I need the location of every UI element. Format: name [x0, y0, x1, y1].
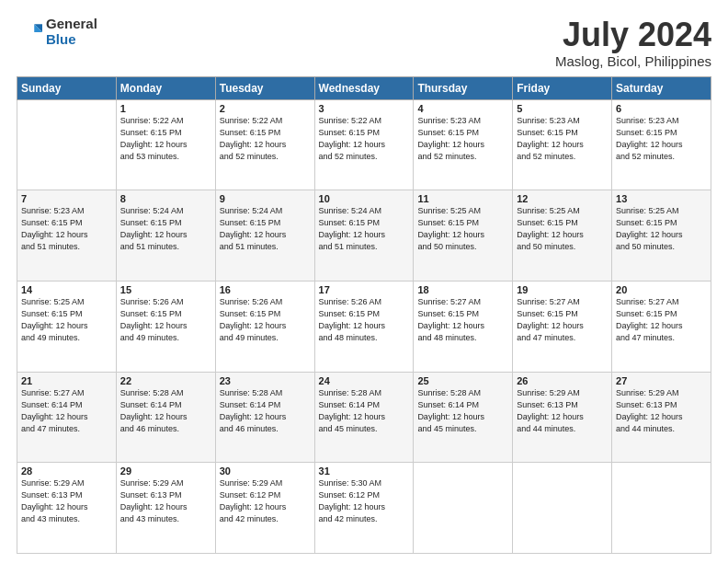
day-number: 21 [21, 375, 112, 386]
day-info: Sunrise: 5:27 AM Sunset: 6:15 PM Dayligh… [616, 296, 707, 344]
calendar-row: 21Sunrise: 5:27 AM Sunset: 6:14 PM Dayli… [17, 372, 711, 463]
calendar-cell: 18Sunrise: 5:27 AM Sunset: 6:15 PM Dayli… [414, 281, 513, 372]
header-cell-wednesday: Wednesday [314, 76, 414, 99]
day-info: Sunrise: 5:28 AM Sunset: 6:14 PM Dayligh… [220, 387, 311, 435]
day-number: 29 [120, 465, 211, 477]
day-info: Sunrise: 5:29 AM Sunset: 6:13 PM Dayligh… [517, 387, 608, 435]
day-number: 14 [21, 284, 112, 295]
header-cell-tuesday: Tuesday [215, 76, 314, 99]
logo-blue: Blue [46, 32, 97, 48]
header-cell-friday: Friday [513, 76, 612, 99]
day-number: 19 [517, 284, 608, 295]
calendar-cell [513, 463, 612, 554]
calendar-cell: 11Sunrise: 5:25 AM Sunset: 6:15 PM Dayli… [414, 190, 513, 282]
calendar-cell: 8Sunrise: 5:24 AM Sunset: 6:15 PM Daylig… [116, 190, 215, 282]
calendar-cell: 13Sunrise: 5:25 AM Sunset: 6:15 PM Dayli… [612, 190, 711, 282]
day-info: Sunrise: 5:29 AM Sunset: 6:12 PM Dayligh… [220, 477, 311, 525]
day-number: 23 [220, 375, 311, 386]
calendar-cell: 25Sunrise: 5:28 AM Sunset: 6:14 PM Dayli… [414, 372, 513, 463]
day-number: 4 [417, 103, 508, 114]
day-info: Sunrise: 5:26 AM Sunset: 6:15 PM Dayligh… [319, 296, 410, 344]
calendar-cell: 30Sunrise: 5:29 AM Sunset: 6:12 PM Dayli… [215, 463, 314, 554]
day-number: 8 [120, 193, 211, 204]
logo-text: General Blue [46, 17, 97, 47]
day-number: 24 [319, 375, 410, 386]
day-info: Sunrise: 5:22 AM Sunset: 6:15 PM Dayligh… [120, 115, 211, 163]
day-info: Sunrise: 5:25 AM Sunset: 6:15 PM Dayligh… [417, 205, 508, 253]
day-number: 31 [319, 465, 410, 477]
day-number: 18 [417, 284, 508, 295]
day-info: Sunrise: 5:28 AM Sunset: 6:14 PM Dayligh… [319, 387, 410, 435]
day-info: Sunrise: 5:27 AM Sunset: 6:15 PM Dayligh… [417, 296, 508, 344]
day-info: Sunrise: 5:29 AM Sunset: 6:13 PM Dayligh… [616, 387, 707, 435]
calendar-row: 28Sunrise: 5:29 AM Sunset: 6:13 PM Dayli… [17, 463, 711, 554]
logo-general: General [46, 17, 97, 32]
calendar-cell: 17Sunrise: 5:26 AM Sunset: 6:15 PM Dayli… [314, 281, 414, 372]
day-info: Sunrise: 5:30 AM Sunset: 6:12 PM Dayligh… [319, 477, 410, 525]
day-info: Sunrise: 5:22 AM Sunset: 6:15 PM Dayligh… [220, 115, 311, 163]
header-cell-thursday: Thursday [414, 76, 513, 99]
calendar-cell: 10Sunrise: 5:24 AM Sunset: 6:15 PM Dayli… [314, 190, 414, 282]
logo: General Blue [17, 17, 97, 47]
day-info: Sunrise: 5:24 AM Sunset: 6:15 PM Dayligh… [319, 205, 410, 253]
calendar-cell: 15Sunrise: 5:26 AM Sunset: 6:15 PM Dayli… [116, 281, 215, 372]
calendar-cell [414, 463, 513, 554]
calendar-cell: 9Sunrise: 5:24 AM Sunset: 6:15 PM Daylig… [215, 190, 314, 282]
header-cell-sunday: Sunday [17, 76, 117, 99]
day-info: Sunrise: 5:23 AM Sunset: 6:15 PM Dayligh… [517, 115, 608, 163]
day-info: Sunrise: 5:24 AM Sunset: 6:15 PM Dayligh… [220, 205, 311, 253]
calendar-cell: 19Sunrise: 5:27 AM Sunset: 6:15 PM Dayli… [513, 281, 612, 372]
day-info: Sunrise: 5:23 AM Sunset: 6:15 PM Dayligh… [21, 205, 112, 253]
calendar-cell: 23Sunrise: 5:28 AM Sunset: 6:14 PM Dayli… [215, 372, 314, 463]
calendar-table: SundayMondayTuesdayWednesdayThursdayFrid… [17, 76, 711, 554]
calendar-row: 14Sunrise: 5:25 AM Sunset: 6:15 PM Dayli… [17, 281, 711, 372]
day-number: 17 [319, 284, 410, 295]
day-number: 20 [616, 284, 707, 295]
calendar-cell: 29Sunrise: 5:29 AM Sunset: 6:13 PM Dayli… [116, 463, 215, 554]
calendar-row: 7Sunrise: 5:23 AM Sunset: 6:15 PM Daylig… [17, 190, 711, 282]
main-title: July 2024 [555, 17, 711, 53]
subtitle: Maslog, Bicol, Philippines [555, 53, 711, 69]
day-number: 16 [220, 284, 311, 295]
calendar-cell: 7Sunrise: 5:23 AM Sunset: 6:15 PM Daylig… [17, 190, 117, 282]
day-info: Sunrise: 5:25 AM Sunset: 6:15 PM Dayligh… [616, 205, 707, 253]
calendar-cell: 14Sunrise: 5:25 AM Sunset: 6:15 PM Dayli… [17, 281, 117, 372]
calendar-cell [17, 99, 117, 190]
calendar-cell: 26Sunrise: 5:29 AM Sunset: 6:13 PM Dayli… [513, 372, 612, 463]
calendar-cell: 1Sunrise: 5:22 AM Sunset: 6:15 PM Daylig… [116, 99, 215, 190]
day-info: Sunrise: 5:22 AM Sunset: 6:15 PM Dayligh… [319, 115, 410, 163]
day-info: Sunrise: 5:29 AM Sunset: 6:13 PM Dayligh… [120, 477, 211, 525]
day-number: 30 [220, 465, 311, 477]
day-info: Sunrise: 5:28 AM Sunset: 6:14 PM Dayligh… [120, 387, 211, 435]
day-number: 28 [21, 465, 112, 477]
day-number: 1 [120, 103, 211, 114]
day-number: 9 [220, 193, 311, 204]
day-info: Sunrise: 5:28 AM Sunset: 6:14 PM Dayligh… [417, 387, 508, 435]
title-block: July 2024 Maslog, Bicol, Philippines [555, 17, 711, 69]
calendar-cell: 22Sunrise: 5:28 AM Sunset: 6:14 PM Dayli… [116, 372, 215, 463]
calendar-cell: 6Sunrise: 5:23 AM Sunset: 6:15 PM Daylig… [612, 99, 711, 190]
day-info: Sunrise: 5:25 AM Sunset: 6:15 PM Dayligh… [21, 296, 112, 344]
day-number: 15 [120, 284, 211, 295]
calendar-cell: 4Sunrise: 5:23 AM Sunset: 6:15 PM Daylig… [414, 99, 513, 190]
day-number: 11 [417, 193, 508, 204]
logo-icon [17, 19, 42, 45]
calendar-cell: 3Sunrise: 5:22 AM Sunset: 6:15 PM Daylig… [314, 99, 414, 190]
day-info: Sunrise: 5:27 AM Sunset: 6:15 PM Dayligh… [517, 296, 608, 344]
calendar-cell: 24Sunrise: 5:28 AM Sunset: 6:14 PM Dayli… [314, 372, 414, 463]
header-row: SundayMondayTuesdayWednesdayThursdayFrid… [17, 76, 711, 99]
day-info: Sunrise: 5:23 AM Sunset: 6:15 PM Dayligh… [417, 115, 508, 163]
day-number: 27 [616, 375, 707, 386]
calendar-row: 1Sunrise: 5:22 AM Sunset: 6:15 PM Daylig… [17, 99, 711, 190]
day-number: 6 [616, 103, 707, 114]
calendar-cell [612, 463, 711, 554]
day-info: Sunrise: 5:29 AM Sunset: 6:13 PM Dayligh… [21, 477, 112, 525]
day-info: Sunrise: 5:26 AM Sunset: 6:15 PM Dayligh… [120, 296, 211, 344]
day-info: Sunrise: 5:25 AM Sunset: 6:15 PM Dayligh… [517, 205, 608, 253]
day-number: 5 [517, 103, 608, 114]
calendar-cell: 5Sunrise: 5:23 AM Sunset: 6:15 PM Daylig… [513, 99, 612, 190]
day-number: 26 [517, 375, 608, 386]
day-number: 25 [417, 375, 508, 386]
calendar-cell: 16Sunrise: 5:26 AM Sunset: 6:15 PM Dayli… [215, 281, 314, 372]
day-number: 2 [220, 103, 311, 114]
